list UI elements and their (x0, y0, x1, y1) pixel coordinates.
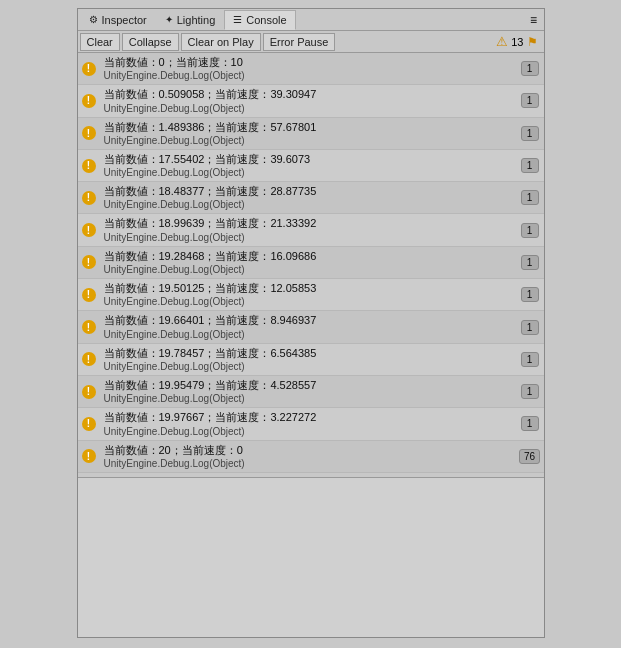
log-count-cell: 1 (516, 118, 544, 149)
warning-icon: ! (82, 288, 96, 302)
warning-icon: ! (82, 385, 96, 399)
warning-icon: ! (82, 320, 96, 334)
tab-console-label: Console (246, 14, 286, 26)
log-entry[interactable]: !当前数値：17.55402；当前速度：39.6073UnityEngine.D… (78, 150, 544, 182)
lighting-icon: ✦ (165, 14, 173, 25)
log-line2: UnityEngine.Debug.Log(Object) (104, 263, 512, 276)
log-text-cell: 当前数値：19.50125；当前速度：12.05853UnityEngine.D… (100, 279, 516, 310)
log-text-cell: 当前数値：18.48377；当前速度：28.87735UnityEngine.D… (100, 182, 516, 213)
log-icon-cell: ! (78, 214, 100, 245)
tab-inspector-label: Inspector (102, 14, 147, 26)
log-entry[interactable]: !当前数値：1.489386；当前速度：57.67801UnityEngine.… (78, 118, 544, 150)
tab-console[interactable]: ☰ Console (224, 10, 295, 30)
log-count-cell: 1 (516, 247, 544, 278)
log-line1: 当前数値：1.489386；当前速度：57.67801 (104, 120, 512, 134)
collapse-button[interactable]: Collapse (122, 33, 179, 51)
log-line2: UnityEngine.Debug.Log(Object) (104, 102, 512, 115)
log-text-cell: 当前数値：0.509058；当前速度：39.30947UnityEngine.D… (100, 85, 516, 116)
error-count-area: ⚠ 13 ⚑ (496, 34, 541, 49)
warning-icon: ! (82, 94, 96, 108)
error-pause-button[interactable]: Error Pause (263, 33, 336, 51)
inspector-icon: ⚙ (89, 14, 98, 25)
log-icon-cell: ! (78, 53, 100, 84)
console-detail-panel (78, 477, 544, 637)
log-icon-cell: ! (78, 344, 100, 375)
log-entry[interactable]: !当前数値：19.97667；当前速度：3.227272UnityEngine.… (78, 408, 544, 440)
log-entry[interactable]: !当前数値：19.78457；当前速度：6.564385UnityEngine.… (78, 344, 544, 376)
log-text-cell: 当前数値：0；当前速度：10UnityEngine.Debug.Log(Obje… (100, 53, 516, 84)
log-text-cell: 当前数値：1.489386；当前速度：57.67801UnityEngine.D… (100, 118, 516, 149)
log-line1: 当前数値：18.48377；当前速度：28.87735 (104, 184, 512, 198)
log-count-badge: 1 (521, 384, 539, 399)
log-icon-cell: ! (78, 311, 100, 342)
error-count-label: 13 (511, 36, 523, 48)
clear-button[interactable]: Clear (80, 33, 120, 51)
log-line2: UnityEngine.Debug.Log(Object) (104, 360, 512, 373)
log-count-badge: 76 (519, 449, 540, 464)
log-count-badge: 1 (521, 320, 539, 335)
log-count-cell: 1 (516, 279, 544, 310)
log-count-badge: 1 (521, 93, 539, 108)
log-line1: 当前数値：0.509058；当前速度：39.30947 (104, 87, 512, 101)
warning-icon: ! (82, 191, 96, 205)
log-entry[interactable]: !当前数値：19.66401；当前速度：8.946937UnityEngine.… (78, 311, 544, 343)
tab-lighting-label: Lighting (177, 14, 216, 26)
clear-on-play-button[interactable]: Clear on Play (181, 33, 261, 51)
log-text-cell: 当前数値：18.99639；当前速度：21.33392UnityEngine.D… (100, 214, 516, 245)
log-entry[interactable]: !当前数値：20；当前速度：0UnityEngine.Debug.Log(Obj… (78, 441, 544, 473)
log-count-badge: 1 (521, 61, 539, 76)
console-icon: ☰ (233, 14, 242, 25)
log-count-cell: 1 (516, 311, 544, 342)
log-line2: UnityEngine.Debug.Log(Object) (104, 328, 512, 341)
log-icon-cell: ! (78, 441, 100, 472)
log-icon-cell: ! (78, 279, 100, 310)
log-icon-cell: ! (78, 118, 100, 149)
log-line1: 当前数値：19.50125；当前速度：12.05853 (104, 281, 512, 295)
log-text-cell: 当前数値：17.55402；当前速度：39.6073UnityEngine.De… (100, 150, 516, 181)
tab-lighting[interactable]: ✦ Lighting (156, 10, 225, 30)
log-count-cell: 1 (516, 150, 544, 181)
warning-icon: ! (82, 159, 96, 173)
log-line2: UnityEngine.Debug.Log(Object) (104, 198, 512, 211)
log-entry[interactable]: !当前数値：0；当前速度：10UnityEngine.Debug.Log(Obj… (78, 53, 544, 85)
log-line2: UnityEngine.Debug.Log(Object) (104, 166, 512, 179)
console-log-list: !当前数値：0；当前速度：10UnityEngine.Debug.Log(Obj… (78, 53, 544, 477)
log-line2: UnityEngine.Debug.Log(Object) (104, 134, 512, 147)
log-line1: 当前数値：20；当前速度：0 (104, 443, 512, 457)
log-count-cell: 1 (516, 214, 544, 245)
log-text-cell: 当前数値：19.78457；当前速度：6.564385UnityEngine.D… (100, 344, 516, 375)
log-count-badge: 1 (521, 287, 539, 302)
log-entry[interactable]: !当前数値：18.48377；当前速度：28.87735UnityEngine.… (78, 182, 544, 214)
log-entry[interactable]: !当前数値：19.28468；当前速度：16.09686UnityEngine.… (78, 247, 544, 279)
log-entry[interactable]: !当前数値：18.99639；当前速度：21.33392UnityEngine.… (78, 214, 544, 246)
tab-menu-button[interactable]: ≡ (526, 12, 542, 28)
log-count-badge: 1 (521, 223, 539, 238)
log-line1: 当前数値：19.78457；当前速度：6.564385 (104, 346, 512, 360)
tab-inspector[interactable]: ⚙ Inspector (80, 10, 156, 30)
log-line1: 当前数値：19.66401；当前速度：8.946937 (104, 313, 512, 327)
log-text-cell: 当前数値：19.97667；当前速度：3.227272UnityEngine.D… (100, 408, 516, 439)
log-line1: 当前数値：19.97667；当前速度：3.227272 (104, 410, 512, 424)
log-count-cell: 1 (516, 182, 544, 213)
log-icon-cell: ! (78, 376, 100, 407)
log-line1: 当前数値：0；当前速度：10 (104, 55, 512, 69)
log-entry[interactable]: !当前数値：0.509058；当前速度：39.30947UnityEngine.… (78, 85, 544, 117)
warning-icon: ! (82, 223, 96, 237)
log-line2: UnityEngine.Debug.Log(Object) (104, 295, 512, 308)
log-count-cell: 1 (516, 408, 544, 439)
log-count-badge: 1 (521, 126, 539, 141)
console-toolbar: Clear Collapse Clear on Play Error Pause… (78, 31, 544, 53)
log-line2: UnityEngine.Debug.Log(Object) (104, 425, 512, 438)
log-count-cell: 76 (516, 441, 544, 472)
warning-icon: ! (82, 449, 96, 463)
warning-icon: ! (82, 417, 96, 431)
warning-icon: ! (82, 62, 96, 76)
log-icon-cell: ! (78, 150, 100, 181)
log-icon-cell: ! (78, 247, 100, 278)
log-entry[interactable]: !当前数値：19.95479；当前速度：4.528557UnityEngine.… (78, 376, 544, 408)
log-count-cell: 1 (516, 85, 544, 116)
log-icon-cell: ! (78, 182, 100, 213)
log-count-cell: 1 (516, 53, 544, 84)
log-entry[interactable]: !当前数値：19.50125；当前速度：12.05853UnityEngine.… (78, 279, 544, 311)
log-count-badge: 1 (521, 416, 539, 431)
